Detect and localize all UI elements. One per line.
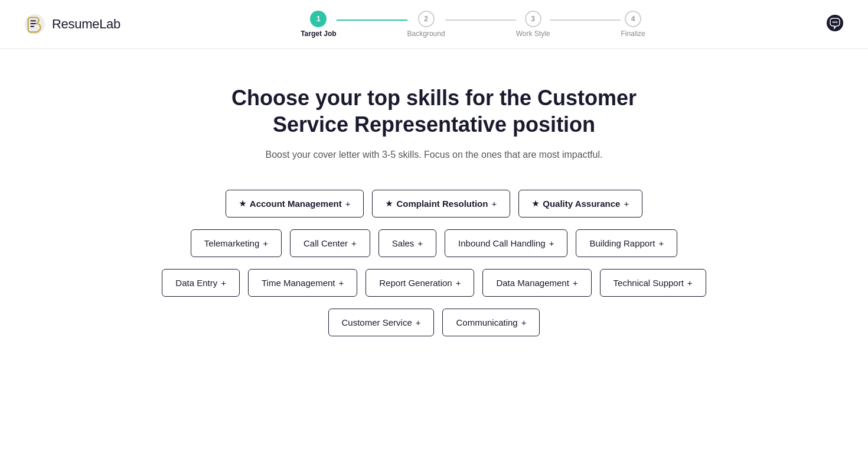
plus-icon: + <box>221 278 226 288</box>
svg-point-3 <box>834 21 836 22</box>
skill-label: Sales <box>392 238 415 248</box>
stepper: 1 Target Job 2 Background 3 Work Style 4… <box>301 11 645 38</box>
skill-label: Report Generation <box>379 278 452 288</box>
logo-light: Lab <box>99 17 120 31</box>
plus-icon: + <box>658 238 664 248</box>
skill-label: Call Center <box>304 238 348 248</box>
skill-technical-support[interactable]: Technical Support + <box>600 269 706 297</box>
skill-label: Communicating <box>456 317 517 327</box>
skills-row-2: Telemarketing + Call Center + Sales + In… <box>191 229 677 257</box>
logo-text: ResumeLab <box>52 17 120 32</box>
star-icon: ★ <box>239 199 246 208</box>
skill-data-entry[interactable]: Data Entry + <box>162 269 240 297</box>
plus-icon: + <box>491 199 497 209</box>
chat-button[interactable] <box>825 14 844 35</box>
plus-icon: + <box>339 278 344 288</box>
logo[interactable]: ResumeLab <box>24 13 120 35</box>
step-2-label: Background <box>407 30 445 38</box>
step-4[interactable]: 4 Finalize <box>621 11 645 38</box>
skill-label: Customer Service <box>342 317 412 327</box>
plus-icon: + <box>417 238 423 248</box>
step-3-circle: 3 <box>525 11 541 27</box>
connector-1-2 <box>337 20 407 21</box>
page-subtitle: Boost your cover letter with 3-5 skills.… <box>24 150 844 160</box>
plus-icon: + <box>456 278 461 288</box>
skill-customer-service[interactable]: Customer Service + <box>328 309 435 336</box>
skill-label: Time Management <box>262 278 335 288</box>
skills-row-4: Customer Service + Communicating + <box>328 309 540 336</box>
header: ResumeLab 1 Target Job 2 Background 3 Wo… <box>0 0 868 49</box>
chat-icon <box>825 14 844 33</box>
step-3-label: Work Style <box>516 30 550 38</box>
skill-label: Inbound Call Handling <box>458 238 546 248</box>
main-content: Choose your top skills for the Customer … <box>0 49 868 360</box>
skill-time-management[interactable]: Time Management + <box>248 269 357 297</box>
plus-icon: + <box>549 238 554 248</box>
plus-icon: + <box>351 238 357 248</box>
plus-icon: + <box>573 278 578 288</box>
plus-icon: + <box>687 278 693 288</box>
skill-label: Data Management <box>496 278 569 288</box>
skill-label: Telemarketing <box>204 238 259 248</box>
skill-label: Technical Support <box>614 278 684 288</box>
svg-point-2 <box>833 21 834 22</box>
skill-label: Data Entry <box>175 278 217 288</box>
plus-icon: + <box>624 199 629 209</box>
svg-point-4 <box>836 21 837 22</box>
skill-communicating[interactable]: Communicating + <box>442 309 540 336</box>
svg-point-1 <box>827 15 843 31</box>
step-3[interactable]: 3 Work Style <box>516 11 550 38</box>
step-1[interactable]: 1 Target Job <box>301 11 336 38</box>
step-2-circle: 2 <box>418 11 435 27</box>
step-2[interactable]: 2 Background <box>407 11 445 38</box>
plus-icon: + <box>345 199 351 209</box>
skill-complaint-resolution[interactable]: ★ Complaint Resolution + <box>372 190 510 218</box>
skills-container: ★ Account Management + ★ Complaint Resol… <box>80 190 788 336</box>
skill-label: Quality Assurance <box>543 199 620 209</box>
skill-sales[interactable]: Sales + <box>378 229 436 257</box>
skill-data-management[interactable]: Data Management + <box>482 269 591 297</box>
skill-building-rapport[interactable]: Building Rapport + <box>576 229 677 257</box>
step-4-circle: 4 <box>625 11 641 27</box>
logo-icon <box>24 13 46 35</box>
page-wrapper: ResumeLab 1 Target Job 2 Background 3 Wo… <box>0 0 868 451</box>
step-1-circle: 1 <box>310 11 327 27</box>
plus-icon: + <box>521 317 527 327</box>
logo-bold: Resume <box>52 17 99 31</box>
skill-report-generation[interactable]: Report Generation + <box>366 269 474 297</box>
skills-row-3: Data Entry + Time Management + Report Ge… <box>162 269 706 297</box>
plus-icon: + <box>416 317 421 327</box>
skill-call-center[interactable]: Call Center + <box>290 229 370 257</box>
star-icon: ★ <box>532 199 539 208</box>
step-4-label: Finalize <box>621 30 645 38</box>
plus-icon: + <box>263 238 268 248</box>
skill-inbound-call-handling[interactable]: Inbound Call Handling + <box>445 229 567 257</box>
star-icon: ★ <box>386 199 393 208</box>
page-title: Choose your top skills for the Customer … <box>227 85 641 138</box>
connector-3-4 <box>550 20 621 21</box>
skill-label: Account Management <box>250 199 342 209</box>
skill-label: Building Rapport <box>589 238 655 248</box>
step-1-label: Target Job <box>301 30 336 38</box>
skills-row-1: ★ Account Management + ★ Complaint Resol… <box>226 190 642 218</box>
skill-quality-assurance[interactable]: ★ Quality Assurance + <box>518 190 642 218</box>
skill-account-management[interactable]: ★ Account Management + <box>226 190 364 218</box>
skill-telemarketing[interactable]: Telemarketing + <box>191 229 282 257</box>
connector-2-3 <box>445 20 516 21</box>
skill-label: Complaint Resolution <box>396 199 488 209</box>
